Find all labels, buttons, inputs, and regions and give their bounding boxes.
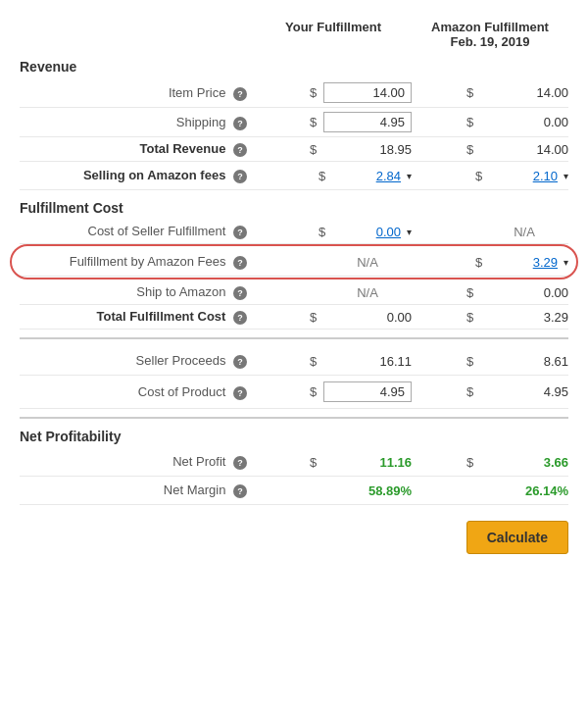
fulfillment-amazon-value[interactable]: 3.29 <box>489 255 558 270</box>
selling-fees-amazon-value[interactable]: 2.10 <box>489 169 558 183</box>
item-price-your: $ <box>255 82 412 103</box>
button-row: Calculate <box>20 521 568 554</box>
net-margin-row: Net Margin ? 58.89% 26.14% <box>20 477 568 505</box>
fulfillment-amazon-fees-help-icon[interactable]: ? <box>233 256 247 270</box>
divider-2 <box>20 417 568 419</box>
seller-proceeds-amazon: $ 8.61 <box>412 354 568 369</box>
net-margin-your-value: 58.89% <box>314 483 412 498</box>
calculate-button[interactable]: Calculate <box>466 521 568 554</box>
calculator-container: Your Fulfillment Amazon FulfillmentFeb. … <box>20 20 568 554</box>
total-fulfillment-your-value: 0.00 <box>323 310 412 325</box>
total-revenue-amazon-value: 14.00 <box>480 142 568 157</box>
fulfillment-amazon-fees-row: Fulfillment by Amazon Fees ? N/A $ 3.29 … <box>20 248 568 277</box>
ship-to-amazon-help-icon[interactable]: ? <box>233 286 247 300</box>
cost-seller-amazon-na: N/A <box>480 225 568 239</box>
item-price-amazon-value: 14.00 <box>480 85 568 100</box>
total-revenue-label: Total Revenue ? <box>20 141 255 157</box>
ship-to-amazon-your: N/A <box>255 285 412 300</box>
revenue-section-header: Revenue <box>20 59 568 75</box>
shipping-your-input[interactable] <box>323 112 412 132</box>
selling-fees-amazon-arrow[interactable]: ▾ <box>564 171 568 181</box>
selling-fees-label: Selling on Amazon fees ? <box>20 168 255 183</box>
item-price-row: Item Price ? $ $ 14.00 <box>20 78 568 108</box>
total-fulfillment-cost-label: Total Fulfillment Cost ? <box>20 309 255 325</box>
cost-seller-fulfillment-label: Cost of Seller Fulfillment ? <box>20 224 255 239</box>
net-margin-help-icon[interactable]: ? <box>233 484 247 498</box>
total-fulfillment-amazon-value: 3.29 <box>480 310 568 325</box>
selling-fees-your-value[interactable]: 2.84 <box>332 169 401 183</box>
item-price-amazon: $ 14.00 <box>412 85 568 100</box>
shipping-row: Shipping ? $ $ 0.00 <box>20 108 568 137</box>
ship-to-amazon-amazon: $ 0.00 <box>412 285 568 300</box>
seller-proceeds-label: Seller Proceeds ? <box>20 353 255 369</box>
fulfillment-amazon-your-na: N/A <box>323 255 412 270</box>
net-margin-your: 58.89% <box>255 483 412 498</box>
total-fulfillment-cost-help-icon[interactable]: ? <box>233 311 247 325</box>
net-margin-amazon-value: 26.14% <box>480 483 568 498</box>
cost-seller-amazon: N/A <box>412 225 568 239</box>
seller-proceeds-row: Seller Proceeds ? $ 16.11 $ 8.61 <box>20 347 568 376</box>
cost-of-product-your-input[interactable] <box>323 381 412 402</box>
selling-fees-help-icon[interactable]: ? <box>233 170 247 183</box>
net-margin-label: Net Margin ? <box>20 482 255 498</box>
seller-proceeds-your-value: 16.11 <box>323 354 412 369</box>
cost-seller-fulfillment-help-icon[interactable]: ? <box>233 226 247 239</box>
net-profit-row: Net Profit ? $ 11.16 $ 3.66 <box>20 448 568 477</box>
total-revenue-your: $ 18.95 <box>255 142 412 157</box>
item-price-your-input[interactable] <box>323 82 412 103</box>
total-revenue-help-icon[interactable]: ? <box>233 143 247 157</box>
total-fulfillment-cost-row: Total Fulfillment Cost ? $ 0.00 $ 3.29 <box>20 305 568 330</box>
amazon-fulfillment-header: Amazon FulfillmentFeb. 19, 2019 <box>412 20 568 49</box>
net-profit-your: $ 11.16 <box>255 455 412 470</box>
cost-of-product-label: Cost of Product ? <box>20 384 255 400</box>
shipping-amazon-value: 0.00 <box>480 115 568 129</box>
net-profit-amazon-value: 3.66 <box>480 455 568 470</box>
net-profit-help-icon[interactable]: ? <box>233 456 247 470</box>
cost-of-product-amazon-value: 4.95 <box>480 384 568 399</box>
ship-to-amazon-label: Ship to Amazon ? <box>20 284 255 300</box>
total-fulfillment-your: $ 0.00 <box>255 310 412 325</box>
column-headers: Your Fulfillment Amazon FulfillmentFeb. … <box>20 20 568 49</box>
shipping-amazon: $ 0.00 <box>412 115 568 129</box>
fulfillment-cost-section-header: Fulfillment Cost <box>20 200 568 216</box>
fulfillment-amazon-amazon: $ 3.29 ▾ <box>412 255 568 270</box>
net-profit-amazon: $ 3.66 <box>412 455 568 470</box>
ship-to-amazon-row: Ship to Amazon ? N/A $ 0.00 <box>20 280 568 305</box>
total-fulfillment-amazon: $ 3.29 <box>412 310 568 325</box>
ship-to-amazon-amazon-value: 0.00 <box>480 285 568 300</box>
cost-of-product-help-icon[interactable]: ? <box>233 386 247 400</box>
seller-proceeds-amazon-value: 8.61 <box>480 354 568 369</box>
total-revenue-your-value: 18.95 <box>323 142 412 157</box>
net-profitability-section-header: Net Profitability <box>20 429 568 444</box>
net-profit-label: Net Profit ? <box>20 454 255 470</box>
fulfillment-amazon-your: N/A <box>255 255 412 270</box>
cost-seller-your-value[interactable]: 0.00 <box>332 225 401 239</box>
total-revenue-amazon: $ 14.00 <box>412 142 568 157</box>
fulfillment-amazon-arrow[interactable]: ▾ <box>564 257 568 268</box>
cost-seller-fulfillment-row: Cost of Seller Fulfillment ? $ 0.00 ▾ N/… <box>20 220 568 244</box>
item-price-label: Item Price ? <box>20 85 255 101</box>
ship-to-amazon-your-na: N/A <box>323 285 412 300</box>
selling-fees-row: Selling on Amazon fees ? $ 2.84 ▾ $ 2.10… <box>20 162 568 190</box>
seller-proceeds-your: $ 16.11 <box>255 354 412 369</box>
net-profit-your-value: 11.16 <box>323 455 412 470</box>
your-fulfillment-header: Your Fulfillment <box>255 20 412 49</box>
divider-1 <box>20 337 568 339</box>
shipping-help-icon[interactable]: ? <box>233 117 247 130</box>
selling-fees-your: $ 2.84 ▾ <box>255 169 412 183</box>
item-price-help-icon[interactable]: ? <box>233 87 247 101</box>
net-margin-amazon: 26.14% <box>412 483 568 498</box>
cost-of-product-your: $ <box>255 381 412 402</box>
shipping-your: $ <box>255 112 412 132</box>
shipping-label: Shipping ? <box>20 115 255 130</box>
cost-of-product-amazon: $ 4.95 <box>412 384 568 399</box>
fulfillment-amazon-fees-label: Fulfillment by Amazon Fees ? <box>20 254 255 270</box>
seller-proceeds-help-icon[interactable]: ? <box>233 355 247 369</box>
selling-fees-amazon: $ 2.10 ▾ <box>412 169 568 183</box>
cost-of-product-row: Cost of Product ? $ $ 4.95 <box>20 376 568 409</box>
total-revenue-row: Total Revenue ? $ 18.95 $ 14.00 <box>20 137 568 162</box>
cost-seller-your: $ 0.00 ▾ <box>255 225 412 239</box>
